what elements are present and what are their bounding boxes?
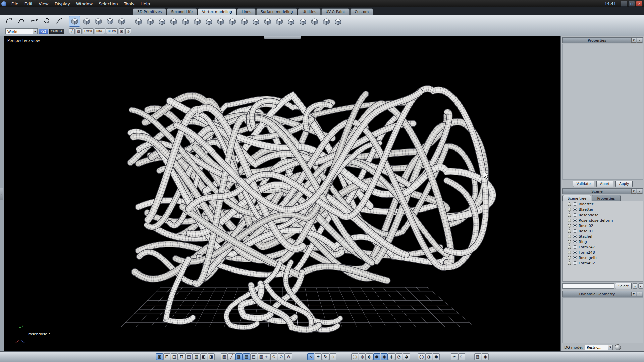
dg-mode-dropdown[interactable]: Restric... ▼ (585, 345, 613, 350)
scene-tree-item[interactable]: Rosendose deform (563, 218, 643, 223)
snap-icon-edge-snap[interactable]: ╱ (228, 353, 235, 360)
layout-icon-view-split-vertical[interactable]: ◫ (171, 353, 178, 360)
snap-icon-snap-points[interactable]: ▦ (243, 353, 250, 360)
layout-icon-view-quad[interactable]: ⊞ (163, 353, 170, 360)
layout-icon-view-columns[interactable]: ▥ (193, 353, 200, 360)
scene-tree-item[interactable]: Rose 01 (563, 228, 643, 234)
display-mode-icon-transparent-mode[interactable]: ◎ (388, 353, 395, 360)
modeling-tool-icon-8[interactable] (215, 16, 226, 27)
close-icon[interactable]: × (637, 38, 642, 43)
ribbon-tab-second-life[interactable]: Second Life (167, 8, 197, 15)
display-mode-icon-shaded-wire-mode[interactable]: ◔ (395, 353, 402, 360)
display-mode-icon-textured-mode[interactable]: ◉ (381, 353, 388, 360)
modeling-tool-icon-16[interactable] (309, 16, 320, 27)
collapse-icon[interactable]: ▼ (631, 292, 636, 296)
modeling-tool-icon-12[interactable] (262, 16, 273, 27)
modeling-tool-icon-7[interactable] (203, 16, 214, 27)
modeling-tool-icon-1[interactable] (133, 16, 144, 27)
menu-item[interactable]: Display (52, 0, 73, 7)
modeling-tool-icon-17[interactable] (321, 16, 332, 27)
scene-tree-item[interactable]: Rosendose (563, 212, 643, 218)
collapse-icon[interactable]: ▼ (631, 38, 636, 43)
shading-icon-shading-c[interactable]: ● (433, 353, 440, 360)
visibility-icon[interactable] (573, 245, 577, 249)
apply-button[interactable]: Apply (615, 181, 633, 187)
ribbon-tab-custom[interactable]: Custom (350, 8, 373, 15)
selection-mode-button-between[interactable]: BETW (106, 28, 118, 34)
snap-icon-snap-grid[interactable]: ▩ (235, 353, 243, 360)
modeling-tool-icon-4[interactable] (168, 16, 179, 27)
visibility-icon[interactable] (573, 256, 577, 259)
scene-tree-item[interactable]: Blaetter (563, 201, 643, 207)
manipulator-icon-rotate-tool[interactable]: ↻ (322, 353, 329, 360)
snap-icon-snap-lines[interactable]: ▤ (250, 353, 257, 360)
modeling-tool-icon-3[interactable] (156, 16, 167, 27)
select-down-button[interactable]: ▼ (638, 283, 643, 289)
lighting-icon-default-light[interactable]: ☀ (451, 353, 458, 360)
modeling-tool-icon-9[interactable] (227, 16, 238, 27)
manipulator-icon-move-tool[interactable]: + (315, 353, 322, 360)
scene-tree-item[interactable]: Form452 (563, 260, 643, 266)
modeling-tool-icon-13[interactable] (274, 16, 285, 27)
curve-tool-icon-2[interactable] (16, 16, 26, 26)
ribbon-tab-vertex-modeling[interactable]: Vertex modeling (198, 8, 236, 15)
visibility-icon[interactable] (573, 261, 577, 265)
shading-icon-shading-b[interactable]: ◑ (425, 353, 432, 360)
validate-button[interactable]: Validate (573, 181, 594, 187)
render-icon-render-settings[interactable]: ▧ (474, 353, 481, 360)
selection-mode-button-loop[interactable]: LOOP (83, 28, 94, 34)
scene-tree-item[interactable]: Form247 (563, 244, 643, 250)
minimize-button[interactable]: – (621, 1, 627, 7)
left-splitter-handle[interactable]: ⋮ (0, 188, 3, 200)
ribbon-tab-3d-primitives[interactable]: 3D Primitives (133, 8, 166, 15)
display-mode-icon-wireframe-mode[interactable]: ◯ (351, 353, 358, 360)
scene-tree-item[interactable]: Stachel (563, 234, 643, 239)
display-mode-icon-flat-shade-mode[interactable]: ◐ (366, 353, 373, 360)
snap-icon-grid-toggle[interactable]: ▦ (221, 353, 228, 360)
modeling-tool-icon-6[interactable] (192, 16, 203, 27)
display-mode-icon-smooth-shade-mode[interactable]: ● (373, 353, 380, 360)
menu-item[interactable]: Help (138, 0, 153, 7)
visibility-icon[interactable] (573, 235, 577, 238)
modeling-tool-icon-18[interactable] (332, 16, 343, 27)
visibility-icon[interactable] (573, 251, 577, 254)
dg-sphere-icon[interactable] (615, 344, 621, 350)
selection-mode-button-ring[interactable]: RING (95, 28, 105, 34)
scene-tab-scene-tree[interactable]: Scene tree (562, 195, 591, 201)
ribbon-tab-surface-modeling[interactable]: Surface modeling (256, 8, 298, 15)
close-icon[interactable]: × (637, 292, 642, 296)
curve-tool-icon-5[interactable] (54, 16, 64, 26)
scene-tree-item[interactable]: Blaetter (563, 207, 643, 212)
layout-icon-view-left[interactable]: ◧ (200, 353, 207, 360)
display-mode-icon-full-shade-mode[interactable]: ◕ (403, 353, 410, 360)
curve-tool-icon-1[interactable] (4, 16, 14, 26)
select-up-button[interactable]: ▲ (633, 283, 637, 289)
layout-icon-view-rows[interactable]: ▤ (185, 353, 193, 360)
vertex-mode-icon-4[interactable] (104, 16, 115, 27)
scene-tab-properties[interactable]: Properties (592, 195, 621, 201)
render-icon-render-scene[interactable]: ◉ (482, 353, 489, 360)
menu-item[interactable]: Tools (121, 0, 138, 7)
toggle-icon-symmetry[interactable]: ▣ (119, 28, 124, 34)
layout-icon-view-right[interactable]: ◨ (208, 353, 215, 360)
shading-icon-shading-a[interactable]: ◯ (418, 353, 425, 360)
vertex-mode-icon-3[interactable] (93, 16, 104, 27)
visibility-icon[interactable] (573, 202, 577, 206)
menu-item[interactable]: Window (73, 0, 96, 7)
layout-icon-view-single[interactable]: ▣ (156, 353, 163, 360)
viewport-3d[interactable]: Perspective view Y rosendose * (4, 36, 560, 351)
nav-icon-fit-view[interactable]: ⊙ (285, 353, 292, 360)
nav-icon-center-view[interactable]: ⌖ (263, 353, 270, 360)
scene-filter-input[interactable] (562, 283, 614, 289)
visibility-icon[interactable] (573, 219, 577, 222)
ribbon-tab-utilities[interactable]: Utilities (298, 8, 320, 15)
modeling-tool-icon-2[interactable] (145, 16, 156, 27)
lighting-icon-night-light[interactable]: ☾ (458, 353, 465, 360)
menu-item[interactable]: File (8, 0, 21, 7)
manipulator-icon-select-tool[interactable]: ↖ (307, 353, 314, 360)
coordinate-space-dropdown[interactable]: World ▼ (5, 28, 38, 34)
menu-item[interactable]: Edit (21, 0, 36, 7)
scene-tree-item[interactable]: Rose 02 (563, 223, 643, 228)
modeling-tool-icon-11[interactable] (250, 16, 261, 27)
visibility-icon[interactable] (573, 213, 577, 217)
